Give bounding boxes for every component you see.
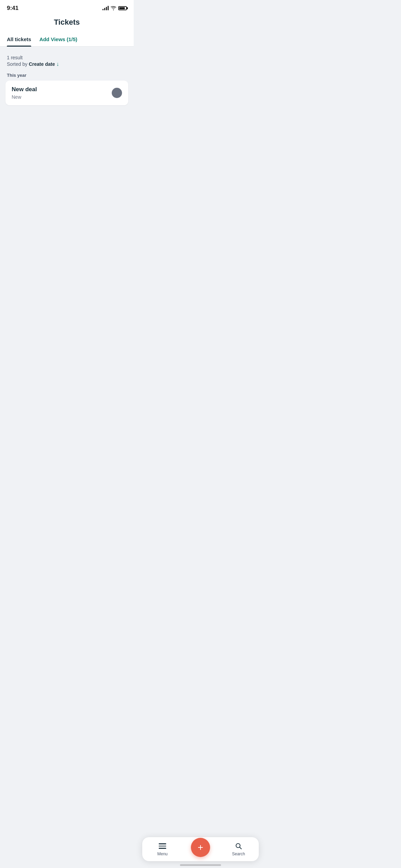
ticket-title: New deal — [12, 86, 108, 93]
status-time: 9:41 — [7, 5, 19, 12]
ticket-status: New — [12, 94, 108, 100]
tab-add-views[interactable]: Add Views (1/5) — [39, 32, 77, 46]
sort-label: Sorted by Create date ↓ — [7, 61, 127, 67]
result-count: 1 result — [7, 55, 127, 60]
tabs: All tickets Add Views (1/5) — [0, 32, 134, 47]
sort-arrow-icon[interactable]: ↓ — [56, 61, 59, 67]
status-icons — [102, 6, 127, 10]
page-title: Tickets — [7, 18, 127, 32]
status-bar: 9:41 — [0, 0, 134, 14]
sorted-by-text: Sorted by — [7, 61, 27, 67]
ticket-status-dot — [112, 88, 122, 98]
header: Tickets — [0, 14, 134, 32]
section-this-year: This year — [5, 71, 128, 81]
wifi-icon — [111, 6, 116, 10]
ticket-card[interactable]: New deal New — [5, 81, 128, 105]
content-area: 1 result Sorted by Create date ↓ This ye… — [0, 47, 134, 252]
sort-field: Create date — [29, 61, 55, 67]
tab-all-tickets[interactable]: All tickets — [7, 32, 31, 46]
signal-icon — [102, 6, 109, 10]
ticket-info: New deal New — [12, 86, 108, 100]
sort-info: 1 result Sorted by Create date ↓ — [5, 52, 128, 71]
battery-icon — [118, 6, 127, 10]
